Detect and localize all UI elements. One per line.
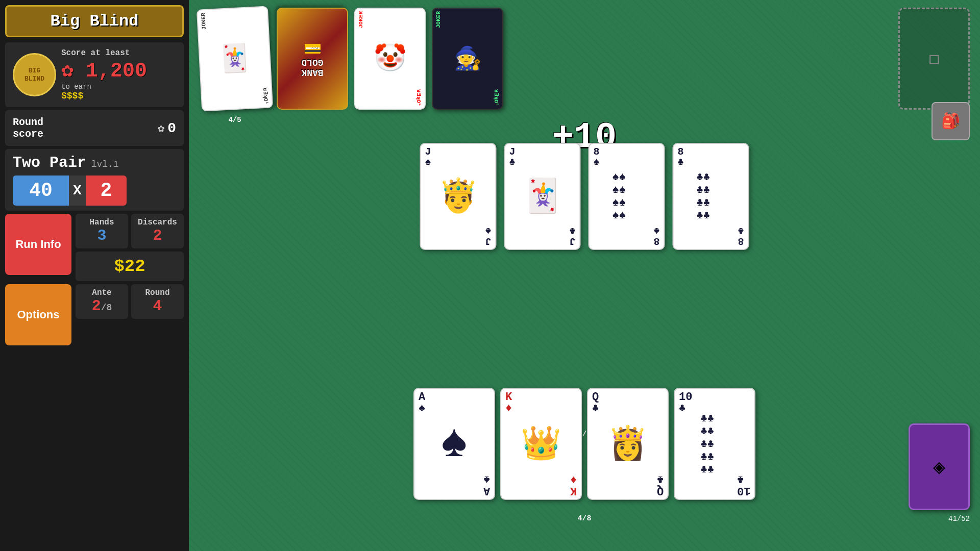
voucher-slot[interactable]: ◻ 0/2 — [898, 8, 970, 110]
blind-title: Big Blind — [51, 12, 139, 31]
hand-card-top-1: A♠ — [419, 392, 425, 414]
hand-card-2[interactable]: K♦ 👑 K♦ — [500, 388, 582, 500]
played-card-4[interactable]: 8♣ ♣♣♣♣♣♣♣♣ 8♣ — [673, 143, 749, 250]
joker-slot-4[interactable]: JOKER 🧙 ᴚƎʞOᴸ — [432, 8, 503, 110]
earn-money-value: $$$$ — [61, 91, 176, 101]
round-value: 4 — [137, 297, 178, 315]
sidebar: Big Blind BIGBLIND Score at least ✿ 1,20… — [0, 0, 189, 551]
joker-face-4: 🧙 — [454, 45, 482, 72]
deck-area[interactable]: ◈ 41/52 — [909, 423, 970, 510]
discards-box: Discards 2 — [131, 214, 184, 248]
hand-card-top-2: K♦ — [505, 392, 512, 414]
blind-info: BIGBLIND Score at least ✿ 1,200 to earn … — [5, 42, 184, 107]
card-bottom-right-1: J♠ — [485, 226, 491, 246]
discards-value: 2 — [137, 227, 178, 244]
hand-multiplier-display: 40 X 2 — [13, 176, 176, 206]
card-top-left-4: 8♣ — [678, 147, 684, 167]
played-card-3[interactable]: 8♠ ♠♠♠♠♠♠♠♠ 8♠ — [589, 143, 665, 250]
hands-label: Hands — [82, 218, 122, 227]
hand-name-box: Two Pair lvl.1 40 X 2 — [5, 149, 184, 211]
played-card-1[interactable]: J♠ 🤴 J♠ — [420, 143, 497, 250]
score-target-value: ✿ 1,200 — [61, 58, 176, 83]
joker-card-3[interactable]: JOKER 🤡 ᴚƎʞOᴸ — [354, 8, 426, 110]
multiplier-value: 2 — [86, 176, 127, 206]
hand-card-3[interactable]: Q♣ 👸 Q♣ — [587, 388, 669, 500]
card-center-3: ♠♠♠♠♠♠♠♠ — [607, 166, 646, 227]
run-info-button[interactable]: Run Info — [5, 214, 71, 275]
pack-box[interactable]: 🎒 — [932, 102, 970, 140]
hand-card-bottom-4: 10♣ — [737, 473, 750, 496]
card-bottom-right-3: 8♠ — [653, 226, 659, 246]
hand-level: lvl.1 — [91, 159, 119, 169]
joker-label-3: JOKER — [358, 11, 364, 28]
main-game-area: JOKER 🃏 ᴚƎʞOᴸ 4/5 BANKGOLD 💳 JOKER 🤡 ᴚƎ — [189, 0, 980, 551]
hands-box: Hands 3 — [76, 214, 128, 248]
card-top-left-1: J♠ — [425, 147, 431, 167]
chip-icon: ✿ — [158, 121, 164, 135]
round-score-box: Roundscore ✿ 0 — [5, 110, 184, 146]
played-card-2[interactable]: J♣ 🃏 J♣ — [504, 143, 581, 250]
action-area: Run Info Hands 3 Discards 2 $22 — [5, 214, 184, 281]
round-box: Round 4 — [131, 284, 184, 319]
ante-box: Ante 2/8 — [76, 284, 128, 319]
ante-round-panel: Ante 2/8 Round 4 — [76, 284, 184, 345]
hand-card-center-3: 👸 — [607, 424, 648, 464]
joker-slot-3[interactable]: JOKER 🤡 ᴚƎʞOᴸ — [354, 8, 426, 110]
card-top-left-3: 8♠ — [594, 147, 600, 167]
joker-slot-2[interactable]: BANKGOLD 💳 — [277, 8, 348, 110]
round-score-display: ✿ 0 — [158, 120, 176, 136]
joker-slot-1[interactable]: JOKER 🃏 ᴚƎʞOᴸ 4/5 — [199, 8, 271, 110]
joker-label-4b: ᴚƎʞOᴸ — [493, 89, 500, 106]
money-value: $22 — [82, 257, 178, 276]
ante-label: Ante — [82, 288, 122, 297]
hands-discards-row: Hands 3 Discards 2 — [76, 214, 184, 248]
hand-card-1[interactable]: A♠ ♠ A♠ — [413, 388, 495, 500]
discards-label: Discards — [137, 218, 178, 227]
top-cards-area: JOKER 🃏 ᴚƎʞOᴸ 4/5 BANKGOLD 💳 JOKER 🤡 ᴚƎ — [189, 8, 980, 110]
bank-gold-label: BANKGOLD — [301, 57, 323, 78]
round-score-label: Roundscore — [13, 116, 150, 140]
joker-label-1b: ᴚƎʞOᴸ — [262, 87, 270, 105]
stats-panel: Hands 3 Discards 2 $22 — [76, 214, 184, 281]
card-center-2: 🃏 — [522, 177, 563, 216]
joker-count: 4/5 — [228, 116, 241, 124]
options-area: Options Ante 2/8 Round 4 — [5, 284, 184, 345]
joker-face-1: 🃏 — [217, 41, 252, 76]
hand-card-center-1: ♠ — [440, 418, 468, 470]
pack-icon-area[interactable]: 🎒 — [932, 102, 970, 140]
hand-card-bottom-2: K♦ — [570, 473, 577, 496]
joker-label-1: JOKER — [200, 13, 207, 30]
blind-coin-label: BIGBLIND — [24, 67, 44, 83]
hand-name-display: Two Pair lvl.1 — [13, 154, 176, 171]
hand-card-center-4: ♣♣♣♣♣♣♣♣♣♣ — [697, 408, 733, 480]
joker-card-2[interactable]: BANKGOLD 💳 — [277, 8, 348, 110]
round-label: Round — [137, 288, 178, 297]
hand-card-4[interactable]: 10♣ ♣♣♣♣♣♣♣♣♣♣ 10♣ — [674, 388, 755, 500]
card-bottom-right-2: J♣ — [569, 226, 575, 246]
card-bottom-right-4: 8♣ — [738, 226, 744, 246]
empty-slot-icon: ◻ — [928, 47, 940, 70]
blind-coin: BIGBLIND — [13, 53, 56, 96]
joker-card-1[interactable]: JOKER 🃏 ᴚƎʞOᴸ — [197, 6, 273, 111]
joker-face-3: 🤡 — [374, 42, 407, 75]
bank-gold-icon: 💳 — [304, 40, 322, 57]
hands-value: 3 — [82, 227, 122, 244]
chips-value: 40 — [13, 176, 69, 206]
options-button[interactable]: Options — [5, 284, 71, 345]
joker-slots: JOKER 🃏 ᴚƎʞOᴸ 4/5 BANKGOLD 💳 JOKER 🤡 ᴚƎ — [199, 8, 503, 110]
voucher-area: ◻ 0/2 — [898, 8, 970, 110]
hand-card-top-3: Q♣ — [592, 392, 599, 414]
deck-pattern: ◈ — [933, 455, 945, 480]
deck-card[interactable]: ◈ — [909, 423, 970, 510]
card-center-4: ♣♣♣♣♣♣♣♣ — [692, 166, 730, 227]
money-box: $22 — [76, 252, 184, 281]
blind-score-requirement: Score at least ✿ 1,200 to earn $$$$ — [61, 48, 176, 101]
played-cards-area: J♠ 🤴 J♠ J♣ 🃏 J♣ 8♠ ♠♠♠♠♠♠♠♠ 8♠ 8♣ ♣♣♣♣♣♣… — [420, 143, 749, 250]
hand-card-top-4: 10♣ — [679, 392, 692, 414]
joker-card-4[interactable]: JOKER 🧙 ᴚƎʞOᴸ — [432, 8, 503, 110]
round-score-number: 0 — [167, 120, 176, 136]
hand-card-center-2: 👑 — [521, 424, 561, 464]
card-top-left-2: J♣ — [509, 147, 516, 167]
ante-round-row: Ante 2/8 Round 4 — [76, 284, 184, 319]
deck-count: 41/52 — [948, 515, 970, 523]
